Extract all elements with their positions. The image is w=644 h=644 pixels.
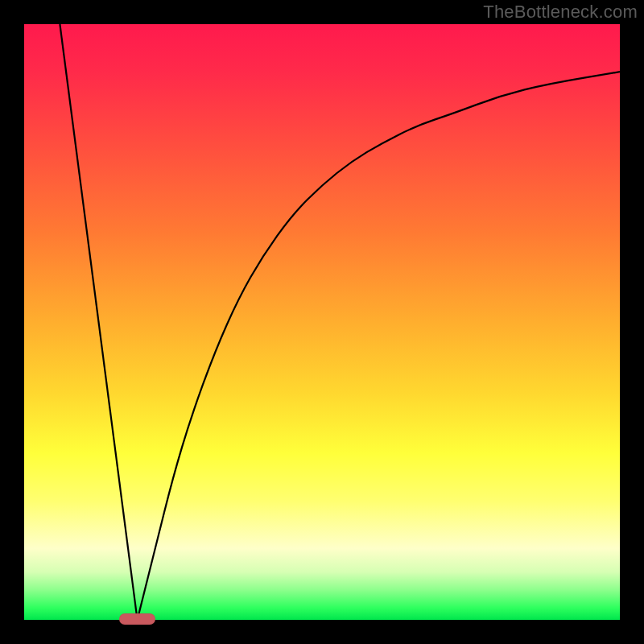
chart-frame: TheBottleneck.com	[0, 0, 644, 644]
bottleneck-marker	[119, 613, 155, 625]
watermark-text: TheBottleneck.com	[483, 2, 638, 23]
curve-layer	[24, 24, 620, 620]
right-curve	[138, 72, 620, 620]
left-line	[60, 24, 137, 620]
